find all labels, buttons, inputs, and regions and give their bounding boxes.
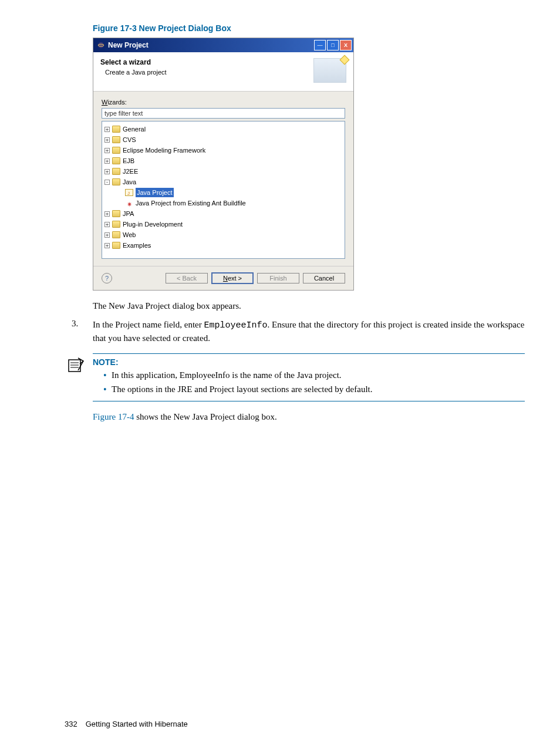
- close-button[interactable]: X: [340, 40, 352, 50]
- tree-item-emf[interactable]: +Eclipse Modeling Framework: [103, 145, 343, 156]
- note-item: In this application, EmployeeInfo is the…: [103, 369, 525, 381]
- folder-icon: [112, 242, 120, 249]
- folder-icon: [112, 126, 120, 133]
- collapse-icon[interactable]: -: [104, 180, 110, 185]
- wizard-footer: ? < Back Next > Finish Cancel: [93, 266, 353, 290]
- expand-icon[interactable]: +: [104, 137, 110, 143]
- expand-icon[interactable]: +: [104, 232, 110, 238]
- expand-icon[interactable]: +: [104, 222, 110, 227]
- help-icon[interactable]: ?: [102, 273, 112, 283]
- tree-item-j2ee[interactable]: +J2EE: [103, 166, 343, 177]
- eclipse-icon: [97, 41, 105, 49]
- figure-reference-paragraph: Figure 17-4 shows the New Java Project d…: [93, 411, 525, 423]
- step-number: 3.: [72, 319, 93, 344]
- wizard-body: Wizards: +General +CVS +Eclipse Modeling…: [93, 92, 353, 266]
- finish-button: Finish: [257, 273, 299, 283]
- tree-item-examples[interactable]: +Examples: [103, 240, 343, 251]
- folder-icon: [112, 231, 120, 238]
- next-button[interactable]: Next >: [211, 272, 254, 284]
- note-item: The options in the JRE and Project layou…: [103, 383, 525, 395]
- expand-icon[interactable]: +: [104, 158, 110, 164]
- wizard-filter-input[interactable]: [102, 108, 345, 119]
- expand-icon[interactable]: +: [104, 243, 110, 248]
- wizard-subtitle: Create a Java project: [105, 69, 313, 76]
- wizard-banner-icon: [313, 58, 346, 83]
- step-text: In the Project name field, enter Employe…: [93, 319, 525, 344]
- expand-icon[interactable]: +: [104, 148, 110, 153]
- window-title: New Project: [108, 41, 313, 49]
- wizard-title: Select a wizard: [100, 58, 313, 66]
- maximize-button[interactable]: □: [327, 40, 339, 50]
- cancel-button[interactable]: Cancel: [303, 273, 345, 283]
- tree-item-plugin[interactable]: +Plug-in Development: [103, 219, 343, 229]
- wizard-tree[interactable]: +General +CVS +Eclipse Modeling Framewor…: [102, 121, 345, 259]
- folder-icon: [112, 157, 120, 164]
- folder-icon: [112, 136, 120, 143]
- java-project-icon: [125, 189, 133, 196]
- tree-item-web[interactable]: +Web: [103, 229, 343, 240]
- window-titlebar: New Project — □ X: [93, 38, 353, 52]
- svg-point-0: [98, 42, 104, 48]
- back-button: < Back: [166, 273, 208, 283]
- tree-item-java-project[interactable]: Java Project: [103, 187, 343, 198]
- tree-item-general[interactable]: +General: [103, 124, 343, 134]
- expand-icon[interactable]: +: [104, 169, 110, 174]
- note-block: NOTE: In this application, EmployeeInfo …: [65, 353, 525, 402]
- dialog-screenshot: New Project — □ X Select a wizard Create…: [93, 38, 354, 291]
- paragraph-after-figure: The New Java Project dialog box appears.: [93, 300, 525, 312]
- ant-icon: ✷: [125, 200, 133, 207]
- tree-item-java[interactable]: -Java: [103, 177, 343, 187]
- tree-item-ejb[interactable]: +EJB: [103, 156, 343, 166]
- expand-icon[interactable]: +: [104, 211, 110, 217]
- minimize-button[interactable]: —: [314, 40, 326, 50]
- folder-icon: [112, 168, 120, 175]
- figure-link[interactable]: Figure 17-4: [93, 412, 134, 421]
- figure-caption: Figure 17-3 New Project Dialog Box: [93, 23, 525, 33]
- note-icon: [67, 357, 85, 373]
- folder-icon: [112, 147, 120, 154]
- folder-icon: [112, 210, 120, 217]
- wizard-header: Select a wizard Create a Java project: [93, 52, 353, 92]
- step-3: 3. In the Project name field, enter Empl…: [72, 319, 525, 344]
- folder-icon: [112, 221, 120, 228]
- tree-item-java-ant[interactable]: ✷Java Project from Existing Ant Buildfil…: [103, 198, 343, 208]
- folder-icon: [112, 178, 120, 185]
- tree-item-jpa[interactable]: +JPA: [103, 208, 343, 219]
- tree-item-cvs[interactable]: +CVS: [103, 134, 343, 145]
- note-title: NOTE:: [93, 357, 525, 367]
- expand-icon[interactable]: +: [104, 127, 110, 132]
- wizards-label: Wizards:: [102, 99, 345, 106]
